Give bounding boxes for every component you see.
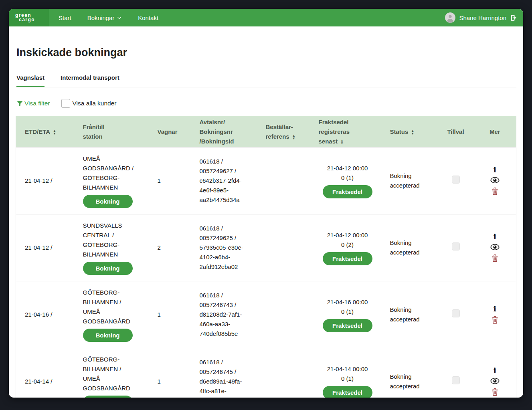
header-from-to-line2: station xyxy=(83,132,151,141)
booking-ref-text: 061618 / 0057246743 / d81208d2-7af1-460a… xyxy=(200,291,246,339)
station-text: SUNDSVALLS CENTRAL / GÖTEBORG-BILHAMNEN xyxy=(83,221,137,259)
etd-cell: 21-04-12 / xyxy=(16,214,74,281)
table-row: 21-04-12 / UMEÅ GODSBANGÅRD / GÖTEBORG-B… xyxy=(16,147,516,214)
mer-cell: i xyxy=(474,348,516,398)
trash-icon[interactable] xyxy=(491,388,499,396)
header-vagnar-label: Vagnar xyxy=(158,128,178,135)
station-cell: GÖTEBORG-BILHAMNEN / UMEÅ GODSBANGÅRD Bo… xyxy=(74,348,151,398)
page-title: Inskickade bokningar xyxy=(16,46,516,59)
waybill-deadline-stack: 21-04-14 00:00 0 (1) Fraktsedel xyxy=(314,364,382,398)
nav-menu: Start Bokningar Kontakt xyxy=(59,14,158,21)
trash-icon[interactable] xyxy=(491,254,499,263)
header-fraktsedel-registreras-senast[interactable]: Fraktsedel registreras senast▲▼ xyxy=(314,116,382,147)
bookings-tbody: 21-04-12 / UMEÅ GODSBANGÅRD / GÖTEBORG-B… xyxy=(16,147,516,398)
nav-item-kontakt[interactable]: Kontakt xyxy=(138,14,158,21)
sort-icon: ▲▼ xyxy=(292,134,295,140)
logout-icon[interactable] xyxy=(510,14,518,22)
mer-actions: i xyxy=(474,367,516,396)
tillval-checkbox[interactable] xyxy=(452,376,460,384)
vagnar-cell: 2 xyxy=(151,214,192,281)
header-etd-label: ETD/ETA xyxy=(25,128,50,135)
nav-item-kontakt-label: Kontakt xyxy=(138,14,158,21)
status-text: Bokning accepterad xyxy=(390,305,428,324)
orderer-ref-cell xyxy=(259,348,314,398)
fraktsedel-button[interactable]: Fraktsedel xyxy=(323,252,372,265)
deadline-datetime: 21-04-12 00:00 xyxy=(327,164,368,173)
header-from-to-line1: Från/till xyxy=(83,122,151,132)
header-deadline-line3: senast xyxy=(319,138,338,145)
waybill-deadline-stack: 21-04-12 00:00 0 (2) Fraktsedel xyxy=(314,230,382,265)
filter-row: Visa filter Visa alla kunder xyxy=(16,99,516,108)
bokning-button[interactable]: Bokning xyxy=(83,195,133,208)
header-bestallar-referens[interactable]: Beställar- referens▲▼ xyxy=(259,116,314,147)
eye-icon[interactable] xyxy=(490,378,500,384)
fraktsedel-button[interactable]: Fraktsedel xyxy=(323,319,372,332)
deadline-datetime: 21-04-12 00:00 xyxy=(327,230,368,240)
table-row: 21-04-16 / GÖTEBORG-BILHAMNEN / UMEÅ GOD… xyxy=(16,281,516,348)
status-cell: Bokning accepterad xyxy=(382,214,438,281)
bokning-button[interactable]: Bokning xyxy=(83,329,133,342)
trash-icon[interactable] xyxy=(491,187,499,196)
booking-ref-cell: 061618 / 0057246743 / d81208d2-7af1-460a… xyxy=(192,281,259,348)
sort-icon: ▲▼ xyxy=(340,139,344,145)
table-row: 21-04-12 / SUNDSVALLS CENTRAL / GÖTEBORG… xyxy=(16,214,516,281)
info-icon[interactable]: i xyxy=(494,367,496,374)
bookings-table: ETD/ETA▲▼ Från/till station Vagnar Avtal… xyxy=(16,116,516,398)
waybill-deadline-cell: 21-04-16 00:00 0 (1) Fraktsedel xyxy=(314,281,382,348)
header-status[interactable]: Status▲▼ xyxy=(382,116,438,147)
header-orderer-line2-wrap: referens▲▼ xyxy=(266,132,314,141)
show-filter-button[interactable]: Visa filter xyxy=(16,100,50,107)
eye-icon[interactable] xyxy=(490,244,500,250)
station-cell: GÖTEBORG-BILHAMNEN / UMEÅ GODSBANGÅRD Bo… xyxy=(74,281,151,348)
header-tillval: Tillval xyxy=(438,116,474,147)
tillval-checkbox[interactable] xyxy=(452,242,460,250)
mer-cell: i xyxy=(474,214,516,281)
deadline-datetime: 21-04-16 00:00 xyxy=(327,297,368,307)
waybill-count: 0 (1) xyxy=(341,173,354,183)
nav-item-start-label: Start xyxy=(59,14,71,21)
trash-icon[interactable] xyxy=(491,316,499,324)
info-icon[interactable]: i xyxy=(494,305,496,312)
nav-item-bokningar[interactable]: Bokningar xyxy=(87,14,122,21)
show-all-customers-checkbox[interactable] xyxy=(61,99,70,108)
bokning-button[interactable]: Bokning xyxy=(83,396,133,398)
booking-ref-cell: 061618 / 0057249627 / c642b317-2fd4-4e6f… xyxy=(192,147,259,214)
status-cell: Bokning accepterad xyxy=(382,147,438,214)
waybill-count: 0 (1) xyxy=(341,307,354,317)
etd-cell: 21-04-16 / xyxy=(16,281,74,348)
tab-vagnslast[interactable]: Vagnslast xyxy=(16,74,45,87)
table-row: 21-04-14 / GÖTEBORG-BILHAMNEN / UMEÅ GOD… xyxy=(16,348,516,398)
header-avtalsnr-line2: Bokningsnr xyxy=(200,127,259,137)
eye-icon[interactable] xyxy=(490,177,500,184)
table-header: ETD/ETA▲▼ Från/till station Vagnar Avtal… xyxy=(16,116,516,147)
info-icon[interactable]: i xyxy=(494,166,496,173)
navbar-user-area: Shane Harrington xyxy=(445,12,523,23)
green-cargo-logo[interactable]: green cargo xyxy=(9,9,49,26)
tillval-checkbox[interactable] xyxy=(452,176,460,184)
vagnar-cell: 1 xyxy=(151,147,192,214)
tab-intermodal-transport[interactable]: Intermodal transport xyxy=(61,74,119,87)
tillval-checkbox[interactable] xyxy=(452,309,460,317)
station-cell: UMEÅ GODSBANGÅRD / GÖTEBORG-BILHAMNEN Bo… xyxy=(74,147,151,214)
user-name: Shane Harrington xyxy=(459,14,506,21)
info-icon[interactable]: i xyxy=(494,233,496,240)
bokning-button[interactable]: Bokning xyxy=(83,262,133,275)
header-deadline-line3-wrap: senast▲▼ xyxy=(319,137,382,146)
vagnar-cell: 1 xyxy=(151,281,192,348)
header-mer-label: Mer xyxy=(490,128,500,135)
fraktsedel-button[interactable]: Fraktsedel xyxy=(323,386,372,398)
nav-item-start[interactable]: Start xyxy=(59,14,71,21)
show-filter-label: Visa filter xyxy=(24,100,50,107)
status-text: Bokning accepterad xyxy=(390,171,428,190)
header-tillval-label: Tillval xyxy=(447,128,464,135)
booking-ref-text: 061618 / 0057249627 / c642b317-2fd4-4e6f… xyxy=(200,157,246,205)
waybill-count: 0 (1) xyxy=(341,374,354,384)
sort-icon: ▲▼ xyxy=(411,129,414,135)
fraktsedel-button[interactable]: Fraktsedel xyxy=(323,185,372,198)
header-etd-eta[interactable]: ETD/ETA▲▼ xyxy=(16,116,74,147)
orderer-ref-cell xyxy=(259,281,314,348)
tillval-cell xyxy=(438,214,474,281)
orderer-ref-cell xyxy=(259,147,314,214)
booking-ref-text: 061618 / 0057249625 / 57935c05-e30e-4102… xyxy=(200,224,246,272)
nav-item-bokningar-label: Bokningar xyxy=(87,14,115,21)
